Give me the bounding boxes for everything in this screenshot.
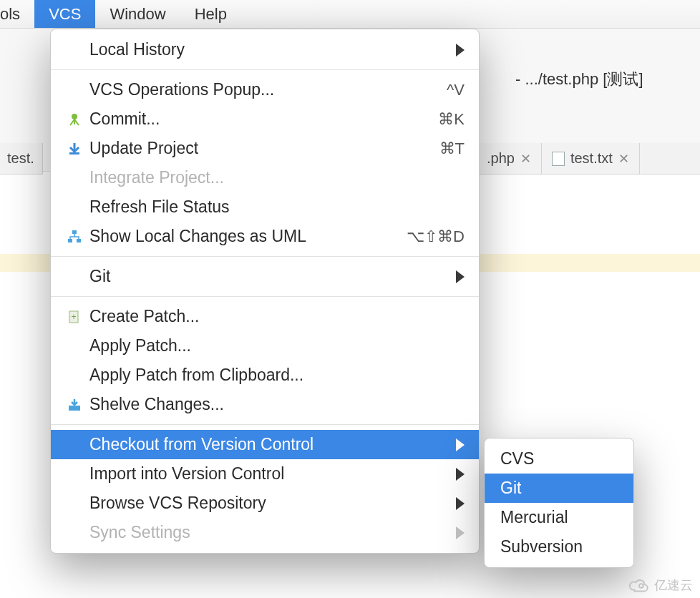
menu-apply-patch-clipboard[interactable]: Apply Patch from Clipboard... bbox=[51, 361, 479, 390]
menubar-item-window[interactable]: Window bbox=[95, 0, 180, 28]
tab-test-txt[interactable]: test.txt ✕ bbox=[542, 143, 640, 174]
text-file-icon bbox=[552, 152, 565, 166]
menu-integrate-project: Integrate Project... bbox=[51, 163, 479, 192]
menu-browse-vcs-repository[interactable]: Browse VCS Repository bbox=[51, 489, 479, 518]
commit-icon bbox=[67, 112, 82, 127]
menubar-item-help[interactable]: Help bbox=[180, 0, 241, 28]
menu-checkout-from-version-control[interactable]: Checkout from Version Control bbox=[51, 430, 479, 459]
menu-local-history[interactable]: Local History bbox=[51, 35, 479, 64]
checkout-submenu: CVS Git Mercurial Subversion bbox=[484, 438, 634, 568]
menu-apply-patch[interactable]: Apply Patch... bbox=[51, 331, 479, 361]
diagram-icon bbox=[67, 230, 82, 244]
menu-shelve-changes[interactable]: Shelve Changes... bbox=[51, 390, 479, 419]
tab-php[interactable]: .php ✕ bbox=[477, 143, 542, 174]
svg-rect-2 bbox=[69, 152, 79, 155]
menu-update-project[interactable]: Update Project ⌘T bbox=[51, 134, 479, 163]
separator bbox=[51, 69, 479, 70]
menu-show-local-changes-uml[interactable]: Show Local Changes as UML ⌥⇧⌘D bbox=[51, 222, 479, 251]
close-icon[interactable]: ✕ bbox=[520, 151, 531, 167]
svg-text:+: + bbox=[71, 312, 76, 322]
submenu-arrow-icon bbox=[456, 497, 465, 510]
shelve-icon bbox=[67, 398, 82, 412]
submenu-arrow-icon bbox=[456, 526, 465, 539]
menu-vcs-operations-popup[interactable]: VCS Operations Popup... ^V bbox=[51, 75, 479, 104]
submenu-arrow-icon bbox=[456, 468, 465, 481]
update-icon bbox=[67, 142, 82, 156]
watermark: 亿速云 bbox=[628, 577, 693, 594]
menubar: ols VCS Window Help bbox=[0, 0, 700, 29]
menu-refresh-file-status[interactable]: Refresh File Status bbox=[51, 192, 479, 222]
cloud-icon bbox=[628, 577, 650, 594]
menu-commit[interactable]: Commit... ⌘K bbox=[51, 104, 479, 134]
patch-icon: + bbox=[67, 310, 82, 324]
separator bbox=[51, 256, 479, 257]
submenu-git[interactable]: Git bbox=[485, 474, 633, 503]
vcs-menu: Local History VCS Operations Popup... ^V… bbox=[50, 29, 480, 554]
menu-git[interactable]: Git bbox=[51, 262, 479, 291]
submenu-cvs[interactable]: CVS bbox=[485, 444, 633, 474]
tabs: .php ✕ test.txt ✕ bbox=[477, 143, 700, 175]
svg-rect-4 bbox=[68, 239, 72, 242]
menu-sync-settings: Sync Settings bbox=[51, 518, 479, 547]
submenu-arrow-icon bbox=[456, 438, 465, 451]
submenu-arrow-icon bbox=[456, 270, 465, 283]
submenu-arrow-icon bbox=[456, 44, 465, 57]
submenu-mercurial[interactable]: Mercurial bbox=[485, 503, 633, 532]
svg-rect-5 bbox=[77, 239, 81, 242]
menu-create-patch[interactable]: +Create Patch... bbox=[51, 302, 479, 331]
close-icon[interactable]: ✕ bbox=[618, 151, 629, 167]
tab-fragment-left[interactable]: test. bbox=[0, 143, 43, 175]
separator bbox=[51, 296, 479, 297]
menu-import-into-version-control[interactable]: Import into Version Control bbox=[51, 459, 479, 489]
svg-rect-3 bbox=[72, 230, 77, 234]
svg-point-9 bbox=[639, 584, 643, 588]
submenu-subversion[interactable]: Subversion bbox=[485, 532, 633, 562]
breadcrumb: - .../test.php [测试] bbox=[515, 69, 643, 90]
menubar-item-tools-partial[interactable]: ols bbox=[0, 0, 34, 28]
svg-rect-8 bbox=[69, 406, 80, 411]
separator bbox=[51, 424, 479, 425]
menubar-item-vcs[interactable]: VCS bbox=[34, 0, 95, 28]
